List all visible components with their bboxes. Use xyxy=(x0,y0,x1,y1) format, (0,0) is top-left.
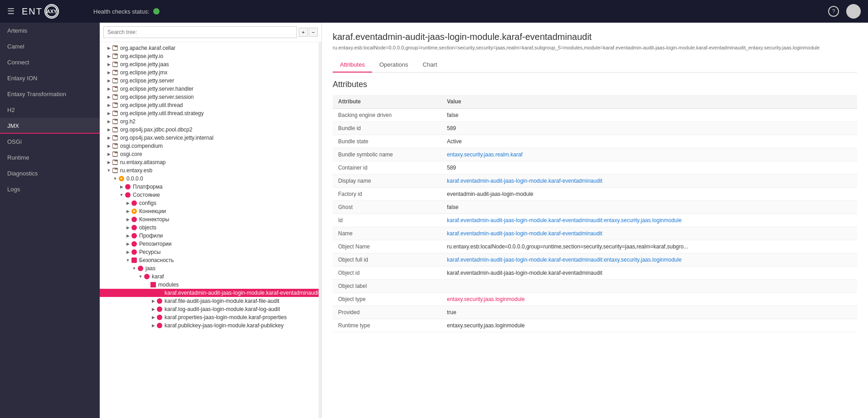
tree-node[interactable]: ▶org.eclipse.jetty.jmx xyxy=(100,68,321,77)
attr-value: karaf.eventadmin-audit-jaas-login-module… xyxy=(441,227,857,240)
tree-node[interactable]: ▼✦0.0.0.0 xyxy=(100,175,321,183)
attr-value: karaf.eventadmin-audit-jaas-login-module… xyxy=(441,214,857,227)
tree-node[interactable]: ▶org.eclipse.jetty.util.thread.strategy xyxy=(100,109,321,117)
tree-node[interactable]: modules xyxy=(100,281,321,289)
tree-node-icon xyxy=(131,241,137,247)
search-input[interactable] xyxy=(103,26,297,38)
tree-node[interactable]: ▶✦Коннекции xyxy=(100,207,321,215)
tree-toggle-icon: ▼ xyxy=(138,274,143,279)
table-row: Object typeentaxy.security.jaas.loginmod… xyxy=(333,293,857,306)
tree-node[interactable]: ▶objects xyxy=(100,224,321,232)
detail-title: karaf.eventadmin-audit-jaas-login-module… xyxy=(333,32,857,42)
svg-rect-27 xyxy=(113,144,115,146)
sidebar-item-h2[interactable]: H2 xyxy=(0,102,100,118)
attr-value: 589 xyxy=(441,161,857,175)
tree-node[interactable]: ▶Репозитории xyxy=(100,240,321,248)
sidebar-item-diagnostics[interactable]: Diagnostics xyxy=(0,165,100,181)
tree-node[interactable]: ▶Платформа xyxy=(100,183,321,191)
health-indicator xyxy=(153,8,160,15)
svg-rect-23 xyxy=(113,128,115,129)
help-icon[interactable]: ? xyxy=(828,6,839,17)
tree-node[interactable]: ▶org.ops4j.pax.jdbc.pool.dbcp2 xyxy=(100,126,321,134)
logo-text: ENT xyxy=(22,6,43,17)
tree-node[interactable]: ▶org.ops4j.pax.web.service.jetty.interna… xyxy=(100,134,321,142)
tree-node-label: org.eclipse.jetty.jaas xyxy=(120,61,169,68)
tree-node-icon: ✦ xyxy=(131,209,137,214)
attr-value: true xyxy=(441,306,857,319)
tree-toggle-icon: ▼ xyxy=(131,266,137,271)
tree-node[interactable]: ▶org.eclipse.jetty.server.session xyxy=(100,93,321,101)
tree-node[interactable]: ▶Ресурсы xyxy=(100,248,321,256)
attr-name: Runtime type xyxy=(333,319,441,332)
tree-node-label: osgi.core xyxy=(120,151,142,157)
content-area: + − ▶org.apache.karaf.cellar▶org.eclipse… xyxy=(100,23,868,418)
tab-chart[interactable]: Chart xyxy=(416,58,445,73)
tree-node[interactable]: ▶ru.entaxy.atlasmap xyxy=(100,158,321,166)
svg-rect-33 xyxy=(113,169,115,170)
tree-node[interactable]: ▶Коннекторы xyxy=(100,215,321,224)
tree-node[interactable]: ▶osgi.compendium xyxy=(100,142,321,150)
tree-node[interactable]: ▶org.h2 xyxy=(100,117,321,126)
table-row: Container id589 xyxy=(333,161,857,175)
tree-node-icon xyxy=(112,102,118,108)
tree-toggle-icon: ▶ xyxy=(106,160,112,165)
tree-node-label: karaf xyxy=(152,273,164,280)
menu-icon[interactable]: ☰ xyxy=(7,6,15,16)
tree-node-label: Состояние xyxy=(133,192,160,198)
tree-node[interactable]: ▶karaf.log-audit-jaas-login-module.karaf… xyxy=(100,305,321,313)
tree-node[interactable]: karaf.eventadmin-audit-jaas-login-module… xyxy=(100,289,321,297)
sidebar-item-entaxy-transformation[interactable]: Entaxy Transformation xyxy=(0,86,100,102)
tree-node-icon xyxy=(112,62,118,67)
tree-node[interactable]: ▼karaf xyxy=(100,272,321,281)
sidebar-item-artemis[interactable]: Artemis xyxy=(0,23,100,39)
tree-node-icon xyxy=(150,282,156,287)
sidebar: ArtemisCamelConnectEntaxy IONEntaxy Tran… xyxy=(0,23,100,418)
tree-node[interactable]: ▶Профили xyxy=(100,232,321,240)
tree-node[interactable]: ▶karaf.publickey-jaas-login-module.karaf… xyxy=(100,321,321,330)
tree-toggle-icon xyxy=(150,290,156,296)
tree-node-label: Коннекторы xyxy=(139,216,169,223)
tree-toggle-icon: ▶ xyxy=(106,45,112,51)
expand-all-button[interactable]: + xyxy=(299,28,308,37)
table-row: Bundle id589 xyxy=(333,122,857,135)
health-status: Health checks status: xyxy=(93,8,160,15)
tab-attributes[interactable]: Attributes xyxy=(333,58,372,73)
sidebar-item-entaxy-ion[interactable]: Entaxy ION xyxy=(0,70,100,86)
tree-node[interactable]: ▼jaas xyxy=(100,264,321,272)
sidebar-item-camel[interactable]: Camel xyxy=(0,39,100,54)
tree-node[interactable]: ▶org.apache.karaf.cellar xyxy=(100,44,321,52)
sidebar-item-connect[interactable]: Connect xyxy=(0,54,100,70)
tree-toggle-icon: ▶ xyxy=(150,306,156,312)
tree-node-icon xyxy=(112,168,118,173)
sidebar-item-osgi[interactable]: OSGi xyxy=(0,134,100,150)
tree-toggle-icon: ▼ xyxy=(119,192,124,198)
tree-node[interactable]: ▼Безопасность xyxy=(100,256,321,264)
user-avatar[interactable] xyxy=(846,4,861,19)
tree-node-label: Репозитории xyxy=(139,241,172,247)
tree-node-icon xyxy=(157,298,162,304)
tree-node-label: org.ops4j.pax.jdbc.pool.dbcp2 xyxy=(120,126,192,133)
tree-node-icon xyxy=(131,258,137,263)
tree-node-icon xyxy=(131,225,137,230)
tree-node[interactable]: ▶org.eclipse.jetty.jaas xyxy=(100,60,321,68)
sidebar-item-jmx[interactable]: JMX xyxy=(0,118,100,134)
tree-node[interactable]: ▶configs xyxy=(100,199,321,207)
tree-node[interactable]: ▼Состояние xyxy=(100,191,321,199)
tree-node[interactable]: ▶org.eclipse.jetty.server xyxy=(100,77,321,85)
sidebar-item-logs[interactable]: Logs xyxy=(0,181,100,197)
tree-node[interactable]: ▶karaf.file-audit-jaas-login-module.kara… xyxy=(100,297,321,305)
tree-node[interactable]: ▶org.eclipse.jetty.util.thread xyxy=(100,101,321,109)
tree-node[interactable]: ▶osgi.core xyxy=(100,150,321,158)
tree-node[interactable]: ▶org.eclipse.jetty.server.handler xyxy=(100,85,321,93)
tree-node-icon xyxy=(112,111,118,116)
tree-node[interactable]: ▶org.eclipse.jetty.io xyxy=(100,52,321,60)
attr-name: Bundle symbolic name xyxy=(333,148,441,161)
tree-node[interactable]: ▶karaf.properties-jaas-login-module.kara… xyxy=(100,313,321,321)
table-row: Factory ideventadmin-audit-jaas-login-mo… xyxy=(333,188,857,201)
sidebar-item-runtime[interactable]: Runtime xyxy=(0,150,100,165)
collapse-all-button[interactable]: − xyxy=(309,28,318,37)
tree-node[interactable]: ▼ru.entaxy.esb xyxy=(100,166,321,175)
tab-operations[interactable]: Operations xyxy=(372,58,416,73)
attr-name: Ghost xyxy=(333,201,441,214)
tree-toggle-icon: ▶ xyxy=(106,94,112,100)
